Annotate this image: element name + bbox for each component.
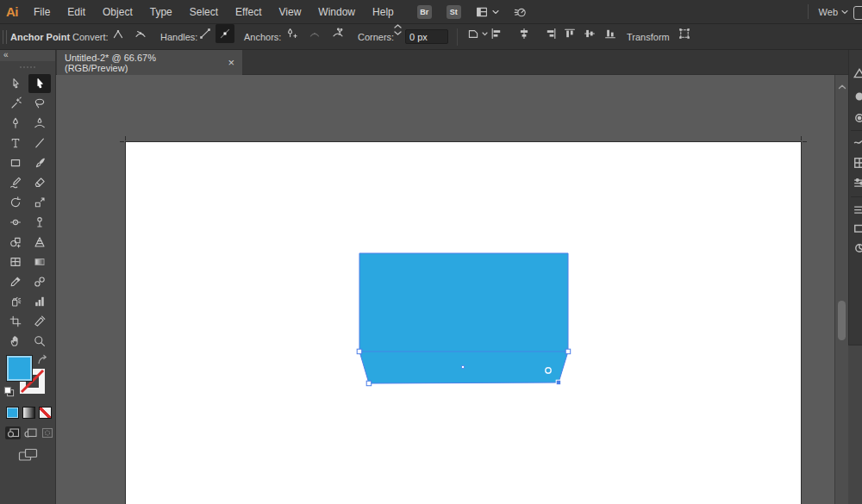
convert-to-corner-button[interactable] [109,24,128,43]
gradient-icon [33,255,47,269]
anchor-left-mid[interactable] [357,349,362,354]
gpu-performance-button[interactable] [513,5,528,19]
panel-icon-2[interactable] [853,90,862,106]
cut-path-button[interactable] [328,24,347,43]
menu-window[interactable]: Window [309,0,364,24]
menu-object[interactable]: Object [94,0,141,24]
lasso-tool[interactable] [28,94,51,113]
workspace-switcher[interactable]: Web [819,7,848,17]
menu-effect[interactable]: Effect [227,0,270,24]
panel-icon-6[interactable] [853,177,862,192]
corners-link[interactable]: Corners: [358,24,394,51]
close-icon[interactable]: × [228,57,234,68]
artboard-tool[interactable] [4,312,27,331]
draw-normal-button[interactable] [5,426,21,439]
gpu-performance-icon [513,5,528,19]
panel-icon-9[interactable] [853,242,862,258]
corners-stepper[interactable] [392,24,403,49]
align-right-button[interactable] [541,24,560,43]
menu-help[interactable]: Help [364,0,403,24]
artboard-options-button[interactable] [464,24,490,43]
anchor-bottom-right-selected[interactable] [556,380,561,385]
align-left-button[interactable] [487,24,506,43]
shaper-icon [9,176,22,190]
slice-tool[interactable] [28,312,51,331]
rotate-tool[interactable] [4,193,27,212]
connect-path-button[interactable] [305,24,324,43]
align-center-horizontal-button[interactable] [515,24,534,43]
shape-builder-tool[interactable] [4,233,27,252]
hand-tool[interactable] [4,332,27,351]
scroll-up-arrow[interactable] [837,78,847,94]
line-segment-tool[interactable] [28,134,51,152]
control-bar-grip[interactable] [3,30,7,44]
width-tool[interactable] [4,213,27,232]
corners-value-input[interactable] [405,29,448,44]
convert-to-smooth-button[interactable] [131,24,150,43]
document-tab[interactable]: Untitled-2* @ 66.67% (RGB/Preview) × [57,50,242,75]
menu-view[interactable]: View [271,0,310,24]
draw-inside-button[interactable] [40,426,55,439]
fill-swatch[interactable] [6,355,33,382]
menu-type[interactable]: Type [141,0,181,24]
screen-mode-control[interactable] [0,439,55,466]
panel-icon-4[interactable] [853,136,862,152]
stock-button[interactable]: St [447,5,461,19]
perspective-grid-tool[interactable] [28,233,51,252]
draw-behind-button[interactable] [22,426,38,439]
bounding-box-button[interactable] [675,24,694,43]
magic-wand-tool[interactable] [4,94,27,113]
scale-tool[interactable] [28,193,51,212]
align-top-button[interactable] [560,24,579,43]
panel-collapse-strip: « [0,50,55,61]
rectangle-tool[interactable] [4,153,27,172]
blue-shape[interactable] [359,253,568,383]
panel-icon-1[interactable] [853,67,862,83]
menu-select[interactable]: Select [181,0,227,24]
default-fill-stroke-icon[interactable] [3,385,15,401]
show-handles-button[interactable] [196,24,215,43]
collapse-panel-icon[interactable]: « [3,50,9,59]
eraser-tool[interactable] [28,173,51,192]
vertical-scrollbar[interactable] [834,75,848,504]
hide-handles-button[interactable] [216,24,234,43]
column-graph-tool[interactable] [28,292,51,311]
symbol-sprayer-tool[interactable] [4,292,27,311]
anchor-bottom-left[interactable] [366,381,372,386]
blend-tool[interactable] [28,272,51,291]
panel-icon-5[interactable] [853,157,862,172]
bridge-button[interactable]: Br [417,5,432,19]
panel-drag-handle[interactable] [0,61,55,73]
transform-link[interactable]: Transform [627,24,670,51]
panel-icon-7[interactable] [853,203,862,219]
type-tool[interactable] [4,134,27,152]
fill-stroke-control [0,353,55,400]
scrollbar-thumb[interactable] [838,301,846,340]
zoom-tool[interactable] [28,332,51,351]
arrange-documents-button[interactable] [475,5,499,19]
panel-icon-8[interactable] [853,222,862,238]
paintbrush-tool[interactable] [28,153,51,172]
canvas-area[interactable] [56,75,834,504]
remove-anchor-button[interactable] [282,24,301,43]
panel-icon-3[interactable] [853,112,862,128]
shaper-tool[interactable] [4,173,27,192]
gradient-tool[interactable] [28,252,51,271]
menu-file[interactable]: File [25,0,59,24]
puppet-warp-tool[interactable] [28,213,51,232]
menu-edit[interactable]: Edit [59,0,94,24]
selection-tool[interactable] [4,74,27,93]
align-bottom-button[interactable] [601,24,620,43]
direct-selection-tool[interactable] [28,74,51,93]
align-middle-vertical-button[interactable] [580,24,599,43]
eyedropper-tool[interactable] [4,272,27,291]
gradient-swatch-button[interactable] [22,407,35,419]
anchor-right-mid[interactable] [565,349,571,354]
color-swatch-button[interactable] [6,407,19,419]
curvature-tool[interactable] [28,114,51,133]
remove-anchor-icon [284,27,298,40]
swap-fill-stroke-icon[interactable] [36,353,48,369]
mesh-tool[interactable] [4,252,27,271]
none-swatch-button[interactable] [39,407,52,419]
pen-tool[interactable] [4,114,27,133]
